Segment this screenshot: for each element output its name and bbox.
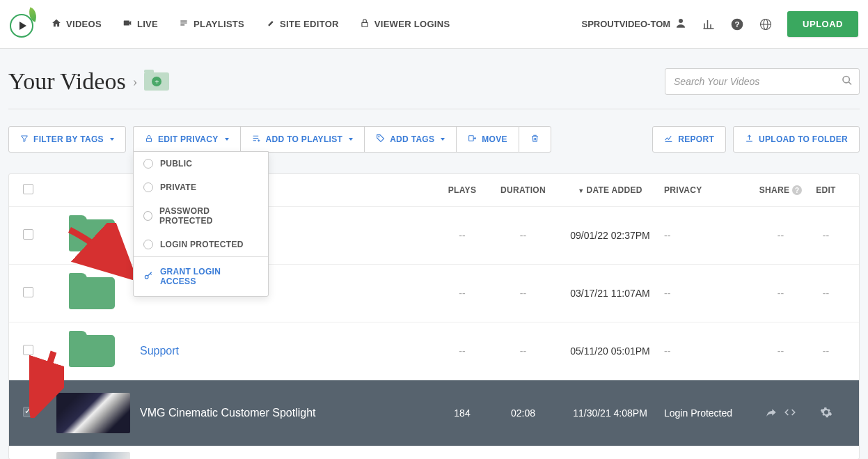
gear-icon[interactable] [820,410,833,421]
nav-videos-label: VIDEOS [66,19,102,29]
header-edit: EDIT [807,185,845,195]
nav-live-label: LIVE [137,19,158,29]
add-playlist-label: ADD TO PLAYLIST [266,134,343,144]
move-icon [468,134,477,145]
row-duration: 02:08 [490,407,556,419]
table-row[interactable]: Support -- -- 05/11/20 05:01PM -- -- -- [9,322,859,380]
svg-rect-0 [362,22,368,26]
row-plays: 184 [434,407,490,419]
search-input[interactable] [665,68,860,95]
row-duration: -- [490,345,556,357]
svg-point-6 [843,77,849,83]
analytics-icon[interactable] [702,18,715,31]
nav-viewer-logins[interactable]: VIEWER LOGINS [360,18,450,30]
user-label: SPROUTVIDEO-TOM [582,19,671,29]
row-checkbox[interactable] [23,407,33,417]
home-icon [52,18,61,30]
privacy-option-public[interactable]: PUBLIC [134,152,268,176]
row-checkbox[interactable] [23,229,33,240]
privacy-dropdown: PUBLIC PRIVATE PASSWORD PROTECTED LOGIN … [133,151,269,297]
nav-site-editor-label: SITE EDITOR [280,19,339,29]
add-tags-button[interactable]: ADD TAGS [364,126,456,153]
chart-icon [664,134,673,145]
folder-icon [69,277,115,309]
add-folder-button[interactable]: + [144,72,169,91]
grant-login-access-link[interactable]: GRANT LOGIN ACCESS [134,257,268,296]
globe-icon[interactable] [759,18,772,31]
add-to-playlist-button[interactable]: ADD TO PLAYLIST [240,126,365,153]
row-edit: -- [807,345,845,357]
row-share: -- [755,345,807,357]
tag-icon [376,134,385,145]
sort-desc-icon: ▼ [578,187,584,194]
header-date-added[interactable]: ▼DATE ADDED [556,185,664,195]
delete-button[interactable] [519,126,551,153]
move-label: MOVE [482,134,507,144]
upload-icon [745,134,754,145]
privacy-public-label: PUBLIC [160,159,192,169]
video-thumbnail[interactable] [56,393,130,433]
select-all-checkbox[interactable] [23,184,33,194]
help-icon[interactable]: ? [730,17,744,31]
header-plays[interactable]: PLAYS [434,185,490,195]
chevron-down-icon [225,138,229,141]
privacy-option-private[interactable]: PRIVATE [134,176,268,199]
edit-privacy-button[interactable]: EDIT PRIVACY PUBLIC PRIVATE PASSWORD PRO… [133,126,240,153]
edit-privacy-label: EDIT PRIVACY [158,134,219,144]
nav-videos[interactable]: VIDEOS [52,18,102,30]
svg-rect-7 [146,138,151,141]
table-row[interactable]: VMG Cinematic Customer Spotlight 184 02:… [9,380,859,446]
row-name[interactable]: Support [140,345,434,357]
row-edit [807,406,845,421]
row-privacy: -- [664,345,755,357]
user-menu[interactable]: SPROUTVIDEO-TOM [582,17,688,31]
help-badge-icon[interactable]: ? [792,185,802,195]
privacy-option-password[interactable]: PASSWORD PROTECTED [134,199,268,233]
row-name[interactable]: VMG Cinematic Customer Spotlight [140,407,434,419]
folder-icon [69,335,115,367]
wand-icon [265,18,275,30]
chevron-down-icon [441,138,445,141]
row-privacy: -- [664,288,755,299]
video-thumbnail[interactable] [56,452,130,459]
nav-site-editor[interactable]: SITE EDITOR [265,18,339,30]
row-plays: -- [434,230,490,241]
svg-text:?: ? [735,20,740,29]
row-duration: -- [490,288,556,299]
key-icon [143,271,153,283]
list-icon [179,18,189,30]
row-date: 03/17/21 11:07AM [556,288,664,299]
row-checkbox[interactable] [23,287,33,297]
radio-icon [143,211,152,221]
row-plays: -- [434,288,490,299]
row-plays: -- [434,345,490,357]
svg-point-8 [145,275,148,279]
header-share-label: SHARE [759,185,790,195]
report-button[interactable]: REPORT [652,126,726,153]
nav-playlists[interactable]: PLAYLISTS [179,18,244,30]
privacy-password-label: PASSWORD PROTECTED [159,206,258,226]
header-privacy[interactable]: PRIVACY [664,185,755,195]
privacy-option-login[interactable]: LOGIN PROTECTED [134,233,268,256]
filter-by-tags-button[interactable]: FILTER BY TAGS [8,126,126,153]
chevron-down-icon [349,138,353,141]
breadcrumb-caret-icon: › [133,74,138,90]
share-icon[interactable] [766,407,777,420]
filter-tags-label: FILTER BY TAGS [33,134,104,144]
header-right: SPROUTVIDEO-TOM ? UPLOAD [582,11,859,37]
embed-icon[interactable] [784,407,796,420]
brand-logo[interactable] [10,11,36,38]
search-icon[interactable] [842,75,853,88]
header-date-label: DATE ADDED [586,185,642,195]
move-button[interactable]: MOVE [456,126,519,153]
row-checkbox[interactable] [23,345,33,355]
upload-to-folder-button[interactable]: UPLOAD TO FOLDER [733,126,860,153]
nav-live[interactable]: LIVE [123,18,158,30]
header-duration[interactable]: DURATION [490,185,556,195]
upload-button[interactable]: UPLOAD [787,11,858,37]
table-row[interactable] [9,446,859,459]
privacy-private-label: PRIVATE [160,182,196,192]
user-icon [674,17,687,31]
row-edit: -- [807,230,845,241]
page-title-text: Your Videos [8,68,126,95]
